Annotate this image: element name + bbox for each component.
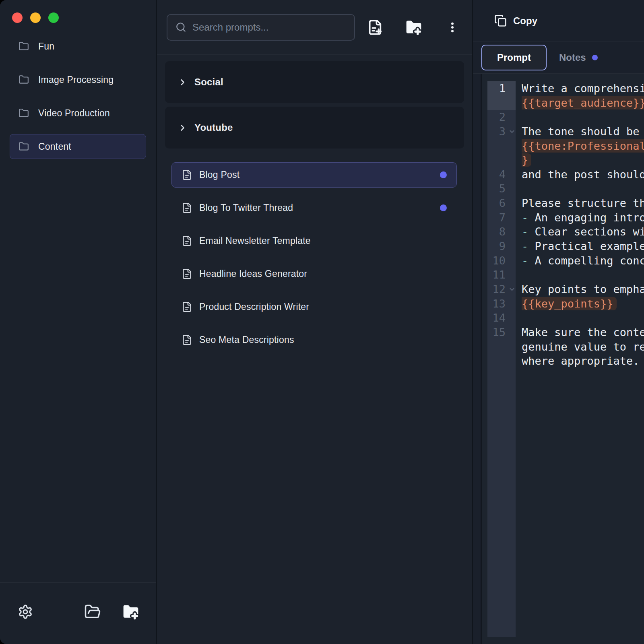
prompt-item-seo-meta-descriptions[interactable]: Seo Meta Descriptions [171, 327, 457, 353]
kebab-menu-icon [446, 21, 458, 33]
prompt-editor[interactable]: 1Write a comprehensiv{{target_audience}}… [481, 74, 644, 644]
unsaved-indicator-dot [440, 171, 447, 178]
prompt-item-blog-post[interactable]: Blog Post [171, 162, 457, 188]
detail-tabs: Prompt Notes [473, 42, 644, 74]
chevron-down-icon [508, 128, 516, 135]
editor-line: 3The tone should be [482, 124, 644, 139]
sidebar-item-label: Fun [38, 41, 54, 52]
editor-line: 13{{key_points}} [482, 297, 644, 311]
code-text: genuine value to rea [522, 341, 644, 353]
code-line[interactable]: - Clear sections wit [522, 225, 644, 239]
line-number: 9 [487, 239, 516, 254]
code-line[interactable]: Please structure the [522, 196, 644, 211]
prompt-item-label: Headline Ideas Generator [199, 268, 307, 279]
search-input[interactable] [192, 22, 346, 33]
code-line[interactable]: - A compelling concl [522, 254, 644, 268]
new-prompt-button[interactable] [366, 18, 384, 37]
line-number: 3 [487, 124, 516, 139]
code-line[interactable]: The tone should be [522, 124, 644, 139]
code-line[interactable]: - An engaging introd [522, 211, 644, 225]
tab-prompt[interactable]: Prompt [481, 45, 547, 70]
line-number: 7 [487, 211, 516, 225]
detail-header: Copy [473, 0, 644, 42]
prompt-item-product-description-writer[interactable]: Product Description Writer [171, 294, 457, 320]
editor-line: 11 [482, 268, 644, 282]
sidebar-item-image-processing[interactable]: Image Processing [10, 67, 146, 92]
close-button[interactable] [12, 12, 23, 23]
code-text: and the post should [522, 168, 644, 181]
code-line[interactable]: } [522, 153, 644, 167]
search-icon [175, 22, 186, 33]
code-line[interactable] [522, 268, 644, 282]
tab-notes[interactable]: Notes [559, 52, 598, 63]
group-youtube[interactable]: Youtube [165, 107, 464, 149]
code-text: Clear sections wit [528, 225, 644, 238]
file-text-icon [182, 169, 192, 180]
line-number [487, 139, 516, 153]
line-number [487, 153, 516, 167]
editor-line: where appropriate. [482, 354, 644, 368]
code-line[interactable]: Write a comprehensiv [522, 81, 644, 96]
prompt-item-blog-to-twitter-thread[interactable]: Blog To Twitter Thread [171, 195, 457, 221]
code-line[interactable]: - Practical examples [522, 239, 644, 254]
folder-icon [19, 41, 29, 52]
window-controls [12, 12, 59, 23]
code-text: The tone should be [522, 125, 640, 138]
template-variable: {{key_points}} [522, 297, 617, 310]
line-number: 5 [487, 182, 516, 196]
folder-plus-icon [405, 19, 423, 36]
code-line[interactable]: {{tone:Professional [522, 139, 644, 153]
code-line[interactable]: where appropriate. [522, 354, 644, 368]
code-text: An engaging introd [528, 211, 644, 224]
code-line[interactable]: genuine value to rea [522, 340, 644, 354]
fold-toggle[interactable] [508, 128, 516, 135]
code-line[interactable] [522, 311, 644, 325]
settings-button[interactable] [18, 604, 33, 619]
editor-line: 5 [482, 182, 644, 196]
fold-toggle[interactable] [508, 286, 516, 293]
editor-line: 14 [482, 311, 644, 325]
library-header [157, 0, 472, 55]
code-line[interactable]: and the post should [522, 167, 644, 182]
file-text-icon [182, 301, 192, 312]
editor-line: {{tone:Professional [482, 139, 644, 153]
copy-button[interactable]: Copy [494, 14, 537, 27]
sidebar: FunImage ProcessingVideo ProductionConte… [0, 0, 157, 644]
prompt-item-email-newsletter-template[interactable]: Email Newsletter Template [171, 228, 457, 254]
new-folder-button[interactable] [122, 603, 140, 621]
editor-rows: 1Write a comprehensiv{{target_audience}}… [482, 74, 644, 368]
file-text-icon [182, 202, 192, 213]
line-number: 2 [487, 110, 516, 124]
editor-line: 12Key points to emphas [482, 282, 644, 297]
code-line[interactable]: Make sure the conten [522, 325, 644, 340]
code-line[interactable]: {{key_points}} [522, 297, 644, 311]
folder-icon [19, 108, 29, 118]
template-variable: {{target_audience}} [522, 96, 644, 109]
code-line[interactable] [522, 182, 644, 196]
code-line[interactable]: Key points to emphas [522, 282, 644, 297]
minimize-button[interactable] [30, 12, 41, 23]
copy-label: Copy [513, 15, 537, 27]
open-folder-button[interactable] [84, 603, 101, 620]
sidebar-item-label: Image Processing [38, 74, 114, 85]
new-group-button[interactable] [405, 18, 423, 37]
prompt-item-label: Product Description Writer [199, 301, 309, 312]
sidebar-footer [0, 582, 156, 644]
sidebar-item-content[interactable]: Content [10, 134, 146, 159]
editor-line: {{target_audience}} [482, 96, 644, 110]
zoom-button[interactable] [48, 12, 59, 23]
kebab-menu-button[interactable] [443, 18, 462, 37]
library-toolbar [366, 18, 462, 37]
group-social[interactable]: Social [165, 61, 464, 103]
prompt-item-headline-ideas-generator[interactable]: Headline Ideas Generator [171, 261, 457, 287]
library-body: SocialYoutube Blog PostBlog To Twitter T… [157, 55, 472, 644]
chevron-right-icon [178, 77, 188, 87]
search-icon [175, 22, 186, 33]
sidebar-item-fun[interactable]: Fun [10, 34, 146, 59]
line-number: 12 [487, 282, 516, 297]
code-line[interactable] [522, 110, 644, 124]
code-line[interactable]: {{target_audience}} [522, 96, 644, 110]
code-text: - [522, 240, 528, 252]
folder-icon [19, 141, 29, 152]
sidebar-item-video-production[interactable]: Video Production [10, 101, 146, 126]
